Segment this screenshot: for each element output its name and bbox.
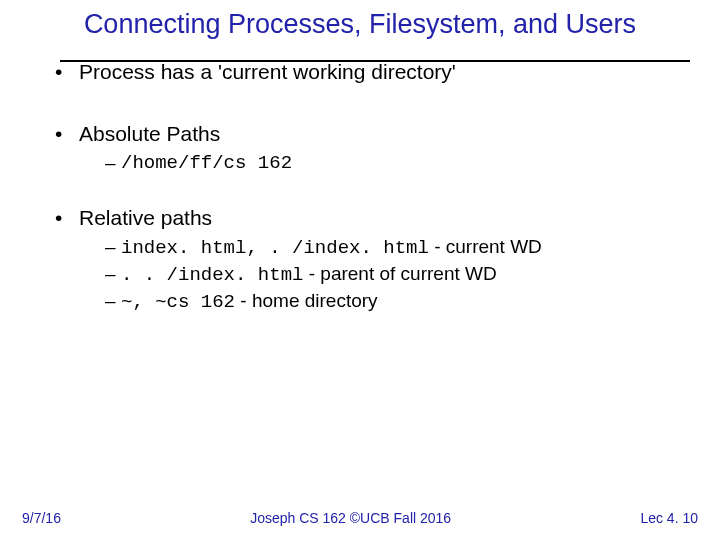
code-text: . . /index. html <box>121 264 303 286</box>
sub-bullet: – ~, ~cs 162 - home directory <box>55 290 690 313</box>
slide-content: • Process has a 'current working directo… <box>0 42 720 313</box>
bullet-icon: • <box>55 122 79 146</box>
note-text: - parent of current WD <box>303 263 496 284</box>
note-text: - home directory <box>235 290 378 311</box>
bullet-1: • Process has a 'current working directo… <box>55 60 690 84</box>
sub-bullet: – index. html, . /index. html - current … <box>55 236 690 259</box>
footer-slide-number: Lec 4. 10 <box>640 510 698 526</box>
dash-icon: – <box>105 290 121 313</box>
dash-icon: – <box>105 152 121 174</box>
note-text: - current WD <box>429 236 542 257</box>
bullet-2: • Absolute Paths <box>55 122 690 146</box>
bullet-text: Relative paths <box>79 206 212 230</box>
dash-icon: – <box>105 236 121 259</box>
bullet-icon: • <box>55 206 79 230</box>
code-text: ~, ~cs 162 <box>121 291 235 313</box>
bullet-3: • Relative paths <box>55 206 690 230</box>
sub-bullet: – /home/ff/cs 162 <box>55 152 690 174</box>
slide-title: Connecting Processes, Filesystem, and Us… <box>0 0 720 42</box>
bullet-icon: • <box>55 60 79 84</box>
slide-footer: 9/7/16 Joseph CS 162 ©UCB Fall 2016 Lec … <box>0 510 720 526</box>
dash-icon: – <box>105 263 121 286</box>
code-text: /home/ff/cs 162 <box>121 152 292 174</box>
code-text: index. html, . /index. html <box>121 237 429 259</box>
footer-attribution: Joseph CS 162 ©UCB Fall 2016 <box>250 510 451 526</box>
title-rule <box>60 60 690 62</box>
sub-bullet: – . . /index. html - parent of current W… <box>55 263 690 286</box>
bullet-text: Absolute Paths <box>79 122 220 146</box>
footer-date: 9/7/16 <box>22 510 61 526</box>
bullet-text: Process has a 'current working directory… <box>79 60 456 84</box>
